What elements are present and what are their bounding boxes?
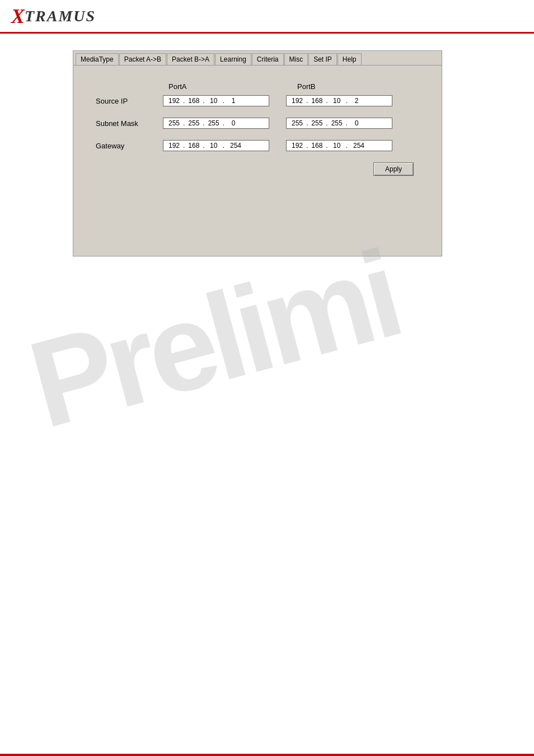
port-b-source-ip-o4[interactable]: [348, 97, 365, 105]
subnet-mask-row: Subnet Mask . . . . .: [96, 118, 419, 129]
tab-misc[interactable]: Misc: [284, 53, 308, 65]
footer-line: [0, 754, 534, 756]
logo-text: TRAMUS: [25, 7, 96, 25]
port-a-header: PortA: [168, 82, 280, 91]
port-b-gateway-o2[interactable]: [308, 142, 325, 150]
port-a-subnet-o3[interactable]: [205, 119, 222, 127]
port-b-source-ip[interactable]: . . .: [286, 95, 392, 106]
port-b-subnet-o4[interactable]: [348, 119, 365, 127]
panel-content: PortA PortB Source IP . . .: [73, 66, 442, 256]
port-a-subnet-o4[interactable]: [225, 119, 242, 127]
gateway-row: Gateway . . . . .: [96, 140, 419, 151]
port-a-source-ip[interactable]: . . .: [163, 95, 269, 106]
source-ip-label: Source IP: [96, 97, 163, 105]
port-b-header: PortB: [297, 82, 409, 91]
apply-button[interactable]: Apply: [373, 162, 414, 176]
port-a-gateway-o1[interactable]: [166, 142, 182, 150]
port-b-subnet-o2[interactable]: [308, 119, 325, 127]
port-b-gateway-o4[interactable]: [348, 142, 369, 150]
apply-section: Apply: [96, 162, 419, 176]
tab-help[interactable]: Help: [338, 53, 362, 65]
main-content: MediaType Packet A->B Packet B->A Learni…: [0, 34, 534, 273]
port-b-source-ip-o1[interactable]: [289, 97, 306, 105]
port-b-gateway[interactable]: . . .: [286, 140, 392, 151]
dialog-panel: MediaType Packet A->B Packet B->A Learni…: [73, 50, 442, 256]
tab-packet-ba[interactable]: Packet B->A: [167, 53, 214, 65]
tab-learning[interactable]: Learning: [215, 53, 251, 65]
port-a-source-ip-o2[interactable]: [185, 97, 202, 105]
port-b-subnet-mask[interactable]: . . .: [286, 118, 392, 129]
tab-setip[interactable]: Set IP: [308, 53, 337, 65]
gateway-label: Gateway: [96, 142, 163, 150]
port-b-gateway-o1[interactable]: [289, 142, 306, 150]
port-a-gateway-o4[interactable]: [225, 142, 246, 150]
subnet-mask-label: Subnet Mask: [96, 119, 163, 128]
tab-packet-ab[interactable]: Packet A->B: [119, 53, 166, 65]
tab-mediatype[interactable]: MediaType: [76, 53, 119, 65]
logo-x: X: [11, 4, 25, 28]
tab-bar: MediaType Packet A->B Packet B->A Learni…: [73, 51, 442, 66]
port-b-subnet-o1[interactable]: [289, 119, 306, 127]
tab-criteria[interactable]: Criteria: [252, 53, 284, 65]
port-a-gateway-o3[interactable]: [205, 142, 222, 150]
port-b-source-ip-o2[interactable]: [308, 97, 325, 105]
port-a-subnet-o1[interactable]: [166, 119, 182, 127]
port-a-gateway-o2[interactable]: [185, 142, 202, 150]
port-a-subnet-o2[interactable]: [185, 119, 202, 127]
source-ip-row: Source IP . . . . .: [96, 95, 419, 106]
port-b-source-ip-o3[interactable]: [329, 97, 345, 105]
port-headers: PortA PortB: [168, 82, 419, 91]
header: X TRAMUS: [0, 0, 534, 34]
port-a-source-ip-o1[interactable]: [166, 97, 182, 105]
port-b-gateway-o3[interactable]: [329, 142, 345, 150]
port-a-source-ip-o3[interactable]: [205, 97, 222, 105]
port-b-subnet-o3[interactable]: [329, 119, 345, 127]
port-a-subnet-mask[interactable]: . . .: [163, 118, 269, 129]
port-a-source-ip-o4[interactable]: [225, 97, 242, 105]
port-a-gateway[interactable]: . . .: [163, 140, 269, 151]
